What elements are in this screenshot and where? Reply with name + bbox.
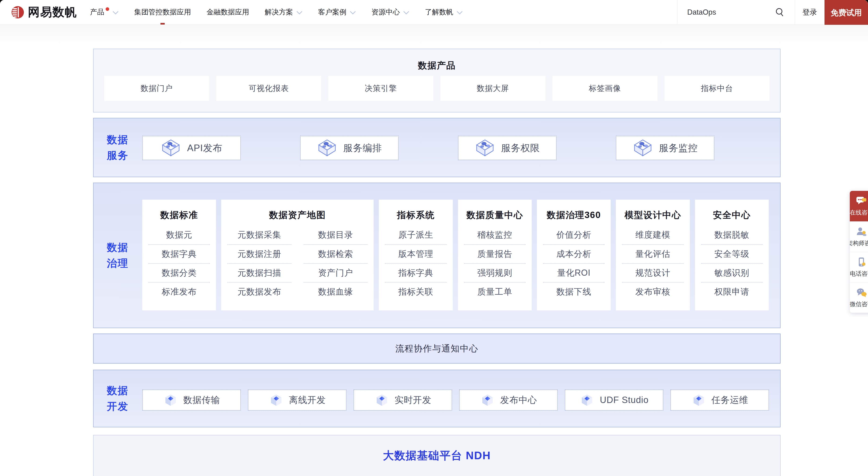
gov-item[interactable]: 量化评估 xyxy=(622,244,683,263)
gov-item[interactable]: 元数据注册 xyxy=(227,244,291,263)
product-card-data-portal[interactable]: 数据门户 xyxy=(104,76,209,101)
login-button[interactable]: 登录 xyxy=(795,0,825,25)
gov-item[interactable]: 原子派生 xyxy=(385,225,446,244)
development-side-label: 数据 开发 xyxy=(107,383,129,414)
architect-consult-button[interactable]: 架构师咨询 xyxy=(850,221,868,252)
search-input[interactable]: DataOps xyxy=(677,0,795,25)
development-panel: 数据 开发 数据传输 xyxy=(93,370,781,427)
product-card-metric-platform[interactable]: 指标中台 xyxy=(664,76,770,101)
service-btn-orchestration[interactable]: 服务编排 xyxy=(300,136,399,160)
wechat-consult-button[interactable]: 微信咨询 xyxy=(850,282,868,313)
dev-btn-udf-studio[interactable]: UDF Studio xyxy=(565,389,663,411)
gov-item[interactable]: 数据下线 xyxy=(543,282,604,301)
gov-item[interactable]: 数据字典 xyxy=(148,244,210,263)
gov-item[interactable]: 量化ROI xyxy=(543,263,604,282)
nav-item-customer-cases[interactable]: 客户案例 xyxy=(310,0,364,25)
chevron-down-icon xyxy=(457,11,463,14)
dev-btn-label: 数据传输 xyxy=(183,394,220,406)
gov-item[interactable]: 维度建模 xyxy=(622,225,683,244)
gov-item[interactable]: 稽核监控 xyxy=(464,225,526,244)
gov-item[interactable]: 数据检索 xyxy=(304,244,368,263)
nav-item-label: 集团管控数据应用 xyxy=(134,7,191,17)
dev-btn-realtime-dev[interactable]: 实时开发 xyxy=(353,389,452,411)
collaboration-bar[interactable]: 流程协作与通知中心 xyxy=(93,334,781,363)
gov-col-model-design: 模型设计中心 维度建模 量化评估 规范设计 发布审核 xyxy=(616,200,689,310)
dev-btn-release-center[interactable]: 发布中心 xyxy=(459,389,558,411)
gov-item[interactable]: 价值分析 xyxy=(543,225,604,244)
dev-box-icon xyxy=(580,392,595,408)
ndh-platform-link[interactable]: 大数据基础平台 NDH xyxy=(383,448,491,463)
netease-shufan-logo-icon xyxy=(11,5,25,19)
brand[interactable]: 网易数帆 xyxy=(11,4,77,20)
governance-panel: 数据 治理 数据标准 数据元 数据字典 数据分类 标准发布 数据资产地图 元数据… xyxy=(93,183,781,328)
dev-btn-task-ops[interactable]: 任务运维 xyxy=(671,389,769,411)
service-btn-api-publish[interactable]: API发布 xyxy=(142,136,241,160)
gov-item[interactable]: 指标字典 xyxy=(385,263,446,282)
gov-item[interactable]: 标准发布 xyxy=(148,282,210,301)
gov-item[interactable]: 质量报告 xyxy=(464,244,526,263)
service-cube-icon xyxy=(475,138,495,158)
nav-item-about[interactable]: 了解数帆 xyxy=(417,0,470,25)
gov-item[interactable]: 数据血缘 xyxy=(304,282,368,301)
services-side-label: 数据 服务 xyxy=(107,132,129,163)
dev-btn-label: 发布中心 xyxy=(500,394,537,406)
ndh-platform-panel: 大数据基础平台 NDH xyxy=(93,435,781,476)
nav-item-label: 产品 xyxy=(90,7,104,17)
gov-col-title: 数据治理360 xyxy=(537,209,611,221)
architect-icon xyxy=(856,226,867,237)
gov-item[interactable]: 数据分类 xyxy=(148,263,210,282)
gov-item[interactable]: 发布审核 xyxy=(622,282,683,301)
gov-item[interactable]: 版本管理 xyxy=(385,244,446,263)
free-trial-button[interactable]: 免费试用 xyxy=(825,0,868,26)
fw-label: 在线咨询 xyxy=(850,209,868,216)
dev-box-icon xyxy=(480,392,495,408)
dev-box-icon xyxy=(269,392,284,408)
gov-item[interactable]: 强弱规则 xyxy=(464,263,526,282)
service-btn-permissions[interactable]: 服务权限 xyxy=(458,136,557,160)
product-card-tag-portrait[interactable]: 标签画像 xyxy=(553,76,657,101)
nav-item-solutions[interactable]: 解决方案 xyxy=(257,0,310,25)
gov-col-data-standard: 数据标准 数据元 数据字典 数据分类 标准发布 xyxy=(142,200,216,310)
online-chat-icon xyxy=(856,196,867,206)
gov-item[interactable]: 质量工单 xyxy=(464,282,526,301)
nav-item-finance-data-apps[interactable]: 金融数据应用 xyxy=(199,0,257,25)
search-icon[interactable] xyxy=(775,7,784,17)
gov-item[interactable]: 元数据发布 xyxy=(227,282,291,301)
nav-item-group-data-apps[interactable]: 集团管控数据应用 xyxy=(126,0,199,25)
nav-item-resources[interactable]: 资源中心 xyxy=(364,0,417,25)
products-cards-row: 数据门户 可视化报表 决策引擎 数据大屏 标签画像 指标中台 xyxy=(104,76,770,101)
online-consult-button[interactable]: 在线咨询 xyxy=(850,191,868,221)
gov-item[interactable]: 规范设计 xyxy=(622,263,683,282)
service-btn-monitoring[interactable]: 服务监控 xyxy=(616,136,714,160)
nav-right-group: DataOps 登录 免费试用 xyxy=(677,0,868,25)
wechat-icon xyxy=(856,287,867,298)
dev-btn-label: 离线开发 xyxy=(289,394,326,406)
gov-item[interactable]: 指标关联 xyxy=(385,282,446,301)
active-nav-indicator xyxy=(160,23,165,25)
chevron-down-icon xyxy=(296,11,303,14)
gov-item[interactable]: 权限申请 xyxy=(701,282,763,301)
gov-col-title: 指标系统 xyxy=(379,209,453,221)
dev-btn-data-transfer[interactable]: 数据传输 xyxy=(142,389,241,411)
gov-item[interactable]: 数据元 xyxy=(148,225,210,244)
product-card-decision-engine[interactable]: 决策引擎 xyxy=(328,76,433,101)
nav-item-products[interactable]: 产品 xyxy=(82,0,126,25)
gov-item[interactable]: 安全等级 xyxy=(701,244,763,263)
dev-box-icon xyxy=(691,392,706,408)
phone-consult-button[interactable]: 电话咨询 xyxy=(850,252,868,282)
side-label-line: 数据 xyxy=(107,383,129,399)
dev-btn-offline-dev[interactable]: 离线开发 xyxy=(248,389,346,411)
product-card-data-screen[interactable]: 数据大屏 xyxy=(440,76,546,101)
gov-item[interactable]: 元数据采集 xyxy=(227,225,291,244)
development-row: 数据传输 离线开发 xyxy=(142,389,769,411)
gov-item[interactable]: 敏感识别 xyxy=(701,263,763,282)
dev-btn-label: 实时开发 xyxy=(395,394,432,406)
gov-col-asset-map: 数据资产地图 元数据采集 元数据注册 元数据扫描 元数据发布 数据目录 数据检索… xyxy=(221,200,374,310)
gov-item[interactable]: 资产门户 xyxy=(304,263,368,282)
fw-label: 微信咨询 xyxy=(850,300,868,308)
product-card-visual-report[interactable]: 可视化报表 xyxy=(216,76,321,101)
gov-item[interactable]: 元数据扫描 xyxy=(227,263,291,282)
gov-item[interactable]: 数据目录 xyxy=(304,225,368,244)
gov-item[interactable]: 成本分析 xyxy=(543,244,604,263)
gov-item[interactable]: 数据脱敏 xyxy=(701,225,763,244)
